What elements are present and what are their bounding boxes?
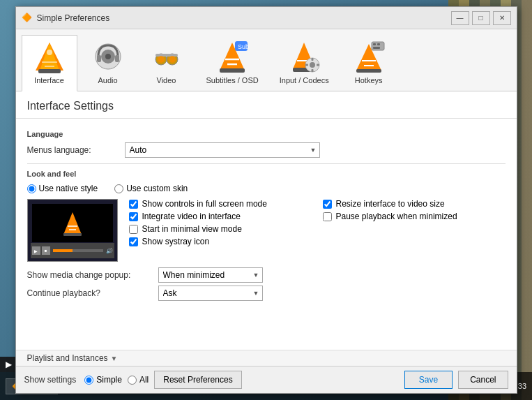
reset-button[interactable]: Reset Preferences: [154, 371, 241, 389]
continue-label: Continue playback?: [27, 288, 153, 298]
media-change-row: Show media change popup: Never When mini…: [27, 267, 506, 283]
subtitles-tab-icon: Sub: [215, 40, 249, 73]
interface-tab-label: Interface: [34, 76, 64, 84]
menus-language-wrapper: Auto English French: [125, 142, 320, 158]
simple-radio-label[interactable]: Simple: [84, 375, 122, 385]
custom-skin-radio[interactable]: [114, 184, 123, 193]
svg-rect-36: [373, 43, 376, 45]
native-style-radio-label[interactable]: Use native style: [27, 184, 98, 193]
preferences-dialog: 🔶 Simple Preferences — □ ✕: [15, 6, 517, 394]
bottom-bar: Show settings Simple All Reset Preferenc…: [16, 366, 517, 393]
svg-rect-27: [312, 58, 314, 61]
svg-rect-2: [38, 69, 61, 73]
svg-rect-32: [356, 69, 381, 73]
media-change-select[interactable]: Never When minimized Always: [158, 267, 263, 283]
svg-text:Sub: Sub: [238, 43, 249, 50]
checkbox-minimal[interactable]: [129, 225, 138, 234]
app-icon: 🔶: [22, 13, 33, 24]
svg-rect-28: [312, 69, 314, 72]
menus-language-select[interactable]: Auto English French: [125, 142, 320, 158]
svg-point-26: [310, 62, 315, 68]
checkbox-systray-text: Show systray icon: [142, 237, 210, 246]
maximize-button[interactable]: □: [472, 11, 490, 25]
native-style-radio[interactable]: [27, 184, 36, 193]
tabs-row: Interface Audio: [16, 29, 517, 91]
play-icon[interactable]: ▶: [6, 360, 12, 369]
checkbox-pause-text: Pause playback when minimized: [336, 212, 457, 221]
checkbox-systray[interactable]: [129, 237, 138, 246]
svg-rect-37: [377, 43, 380, 45]
continue-wrapper: Never Ask Always: [158, 286, 263, 301]
checkbox-systray-label[interactable]: Show systray icon: [129, 237, 312, 246]
playlist-label: Playlist and Instances: [27, 353, 108, 363]
checkbox-fullscreen-label[interactable]: Show controls in full screen mode: [129, 199, 312, 209]
window-controls: — □ ✕: [451, 11, 511, 25]
save-button[interactable]: Save: [404, 371, 453, 389]
checkbox-pause[interactable]: [323, 212, 332, 221]
preview-play: ▶: [32, 246, 40, 255]
checkbox-fullscreen[interactable]: [129, 200, 138, 209]
native-style-label: Use native style: [39, 184, 98, 193]
all-radio-label[interactable]: All: [128, 375, 149, 385]
media-change-label: Show media change popup:: [27, 270, 153, 280]
show-settings-label: Show settings: [24, 375, 77, 385]
preview-volume-icon: 🔊: [106, 248, 113, 254]
media-change-wrapper: Never When minimized Always: [158, 267, 263, 283]
preview-stop: ■: [42, 246, 50, 255]
all-radio[interactable]: [128, 376, 137, 385]
checkbox-minimal-text: Start in minimal view mode: [142, 224, 242, 234]
checkbox-integrate[interactable]: [129, 212, 138, 221]
svg-marker-39: [63, 212, 82, 235]
tab-subtitles[interactable]: Sub Subtitles / OSD: [197, 35, 268, 91]
audio-tab-label: Audio: [98, 76, 117, 84]
skin-radio-group: Use native style Use custom skin: [27, 184, 506, 193]
playlist-section[interactable]: Playlist and Instances ▼: [16, 350, 517, 366]
continue-select[interactable]: Never Ask Always: [158, 286, 263, 301]
playlist-chevron-icon: ▼: [111, 355, 118, 362]
section-heading: Interface Settings: [16, 91, 517, 119]
vlc-preview-cone: [62, 211, 83, 236]
preview-screen: [32, 204, 113, 242]
checkbox-integrate-text: Integrate video in interface: [142, 212, 241, 221]
checkbox-minimal-label[interactable]: Start in minimal view mode: [129, 224, 312, 234]
svg-point-8: [105, 54, 111, 59]
custom-skin-radio-label[interactable]: Use custom skin: [114, 184, 188, 193]
menus-language-label: Menus language:: [27, 145, 125, 155]
svg-rect-10: [115, 55, 119, 62]
cancel-button[interactable]: Cancel: [458, 371, 508, 389]
divider-1: [27, 163, 506, 164]
checkbox-fullscreen-text: Show controls in full screen mode: [142, 199, 267, 209]
interface-preview: ▶ ■ 🔊: [27, 199, 118, 262]
tab-audio[interactable]: Audio: [80, 35, 136, 91]
minimize-button[interactable]: —: [451, 11, 469, 25]
checkboxes-left: Show controls in full screen mode Integr…: [129, 199, 312, 262]
svg-point-3: [47, 50, 52, 55]
tab-interface[interactable]: Interface: [22, 35, 77, 91]
video-tab-icon: [150, 40, 183, 73]
progress-fill: [53, 249, 73, 252]
svg-rect-35: [372, 42, 384, 50]
dialog-title: Simple Preferences: [37, 13, 447, 23]
menus-language-row: Menus language: Auto English French: [27, 142, 506, 158]
checkbox-resize[interactable]: [323, 200, 332, 209]
simple-radio[interactable]: [84, 376, 93, 385]
content-area: Interface Settings Language Menus langua…: [16, 91, 517, 366]
svg-point-14: [158, 56, 165, 63]
checkbox-pause-label[interactable]: Pause playback when minimized: [323, 212, 506, 221]
video-tab-label: Video: [157, 76, 176, 84]
tab-video[interactable]: Video: [139, 35, 195, 91]
tab-input[interactable]: Input / Codecs: [271, 35, 338, 91]
svg-rect-30: [317, 64, 319, 66]
all-radio-text: All: [139, 375, 149, 385]
checkboxes-right: Resize interface to video size Pause pla…: [323, 199, 506, 262]
svg-rect-17: [220, 68, 245, 73]
close-button[interactable]: ✕: [493, 11, 511, 25]
settings-body: ▶ ■ 🔊 Show controls in full screen mode: [27, 199, 506, 262]
checkbox-integrate-label[interactable]: Integrate video in interface: [129, 212, 312, 221]
svg-rect-13: [155, 54, 178, 57]
tab-hotkeys[interactable]: Hotkeys: [341, 35, 397, 91]
input-tab-icon: [287, 40, 321, 73]
settings-scroll[interactable]: Language Menus language: Auto English Fr…: [16, 119, 517, 350]
preview-controls: ▶ ■ 🔊: [31, 243, 114, 258]
checkbox-resize-label[interactable]: Resize interface to video size: [323, 199, 506, 209]
